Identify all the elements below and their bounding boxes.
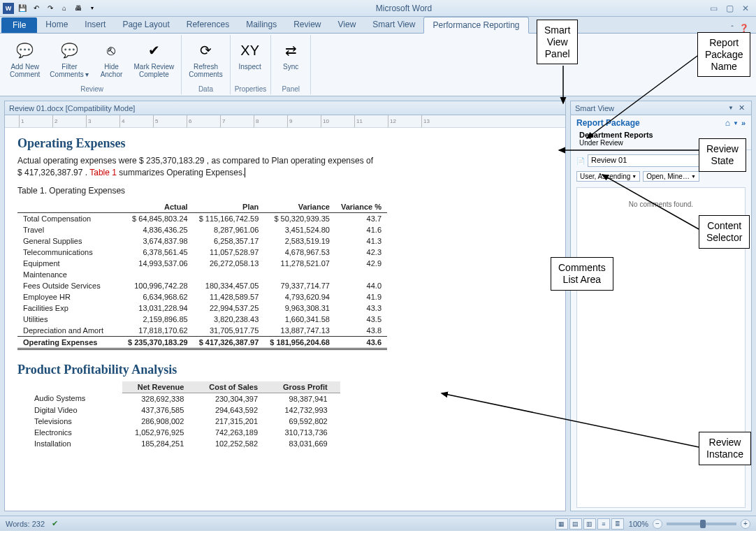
para-operating-expenses: Actual operating expenses were $ 235,370… — [17, 155, 553, 179]
add-new-comment[interactable]: 💬Add NewComment — [7, 38, 43, 80]
view-print-layout[interactable]: ▦ — [555, 518, 568, 530]
table-row: Facilities Exp13,031,228.9422,994,537.25… — [17, 302, 387, 314]
table1-caption: Table 1. Operating Expenses — [17, 186, 553, 196]
inspect[interactable]: XYInspect — [235, 38, 266, 72]
view-draft[interactable]: ≣ — [611, 518, 624, 530]
sync-label: Sync — [283, 63, 298, 71]
view-full-screen[interactable]: ▤ — [569, 518, 582, 530]
table-row: Televisions286,908,002217,315,20169,592,… — [17, 416, 340, 427]
horizontal-ruler: 12345678910111213 — [5, 115, 565, 128]
ribbon-group-label: Properties — [235, 84, 267, 94]
callout-comments-area: CommentsList Area — [551, 257, 613, 291]
close-button[interactable]: ✕ — [742, 3, 749, 13]
window-controls: ▭ ▢ ✕ — [710, 3, 753, 13]
hide-anchor-label: HideAnchor — [101, 63, 123, 78]
tab-home[interactable]: Home — [37, 17, 76, 33]
callout-content-selector: ContentSelector — [699, 215, 750, 249]
panel-close-icon[interactable]: ✕ — [736, 103, 747, 112]
panel-dropdown-icon[interactable]: ▼ — [725, 105, 736, 111]
table-row: Fees Outside Services100,996,742.28180,3… — [17, 280, 387, 291]
view-outline[interactable]: ≡ — [597, 518, 610, 530]
panel-more-icon[interactable]: » — [741, 119, 746, 127]
table-row: Audio Systems328,692,338230,304,39798,38… — [17, 393, 340, 404]
print-icon[interactable]: 🖶 — [73, 3, 84, 14]
add-new-comment-icon: 💬 — [14, 39, 36, 61]
filter-comments[interactable]: 💬FilterComments ▾ — [47, 38, 92, 80]
refresh-comments[interactable]: ⟳RefreshComments — [186, 38, 225, 80]
ribbon-group-label: Data — [186, 84, 225, 94]
inspect-icon: XY — [239, 39, 261, 61]
mark-review-complete-label: Mark ReviewComplete — [133, 63, 174, 78]
zoom-slider[interactable] — [667, 523, 736, 525]
heading-profitability: Product Profitability Analysis — [17, 363, 553, 377]
table-row: Maintenance — [17, 269, 387, 280]
hide-anchor[interactable]: ⎋HideAnchor — [96, 38, 126, 80]
heading-operating-expenses: Operating Expenses — [17, 136, 553, 151]
mark-review-complete[interactable]: ✔Mark ReviewComplete — [131, 38, 177, 80]
tab-review[interactable]: Review — [285, 17, 329, 33]
zoom-level[interactable]: 100% — [629, 520, 648, 528]
tab-references[interactable]: References — [178, 17, 238, 33]
ribbon-group-label: Panel — [275, 84, 306, 94]
words-count: 232 — [32, 520, 45, 528]
undo-icon[interactable]: ↶ — [31, 3, 42, 14]
hide-anchor-icon: ⎋ — [100, 39, 122, 61]
qat-dropdown-icon[interactable]: ▼ — [87, 3, 98, 14]
save-icon[interactable]: 💾 — [17, 3, 28, 14]
table-row: Utilities2,159,896.853,820,238.431,660,3… — [17, 314, 387, 325]
table1-reference: Table 1 — [89, 168, 117, 177]
smart-view-panel-title: Smart View ▼ ✕ — [571, 101, 751, 115]
tab-insert[interactable]: Insert — [76, 17, 114, 33]
table-row: General Supplies3,674,837.986,258,357.17… — [17, 235, 387, 247]
callout-report-package-name: ReportPackageName — [697, 32, 750, 77]
no-comments-label: No comments found. — [629, 200, 693, 208]
maximize-button[interactable]: ▢ — [726, 3, 734, 13]
redo-icon[interactable]: ↷ — [45, 3, 56, 14]
status-filter[interactable]: Open, Mine…▼ — [643, 171, 699, 182]
word-app-icon: W — [3, 3, 14, 14]
ribbon-body: 💬Add NewComment💬FilterComments ▾⎋HideAnc… — [0, 34, 756, 96]
operating-expenses-table: ActualPlanVarianceVariance %Total Compen… — [17, 201, 387, 350]
zoom-in-button[interactable]: + — [741, 519, 750, 529]
ribbon-group-data: ⟳RefreshCommentsData — [182, 35, 230, 94]
title-bar: W 💾 ↶ ↷ ⌂ 🖶 ▼ Microsoft Word ▭ ▢ ✕ — [0, 0, 756, 17]
table-row: Travel4,836,436.258,287,961.063,451,524.… — [17, 224, 387, 235]
ribbon-group-properties: XYInspectProperties — [231, 35, 272, 94]
report-package-label: Report Package ⌂ ▼ » — [576, 118, 746, 128]
tab-mailings[interactable]: Mailings — [238, 17, 285, 33]
table-row: Employee HR6,634,968.6211,428,589.574,79… — [17, 291, 387, 302]
refresh-comments-icon: ⟳ — [194, 39, 217, 61]
proofing-check-icon[interactable]: ✔ — [52, 519, 58, 528]
tab-performance-reporting[interactable]: Performance Reporting — [423, 17, 528, 34]
table-row: Total Compensation$ 64,845,803.24$ 115,1… — [17, 212, 387, 224]
minimize-button[interactable]: ▭ — [710, 3, 718, 13]
ribbon-tabs: File HomeInsertPage LayoutReferencesMail… — [0, 17, 756, 34]
tab-smart-view[interactable]: Smart View — [364, 17, 423, 33]
document-wrapper: Review 01.docx [Compatibility Mode] 1234… — [4, 101, 566, 511]
profitability-table: Net RevenueCost of SalesGross ProfitAudi… — [17, 381, 340, 449]
zoom-out-button[interactable]: − — [653, 519, 662, 529]
review-instance-icon: 📄 — [576, 157, 585, 165]
table-row: Installation185,284,251102,252,58283,031… — [17, 438, 340, 449]
inspect-label: Inspect — [239, 63, 261, 71]
ribbon-group-label: Review — [7, 84, 177, 94]
panel-menu-icon[interactable]: ▼ — [730, 120, 741, 126]
sort-filter[interactable]: User, Ascending▼ — [576, 171, 640, 182]
ribbon-minimize-icon[interactable]: ˆ — [731, 24, 734, 33]
table-row: Electronics1,052,976,925742,263,189310,7… — [17, 427, 340, 438]
home-icon[interactable]: ⌂ — [59, 3, 70, 14]
quick-access-toolbar: W 💾 ↶ ↷ ⌂ 🖶 ▼ — [3, 3, 98, 14]
ribbon-group-panel: ⇄SyncPanel — [271, 35, 311, 94]
tab-page-layout[interactable]: Page Layout — [114, 17, 177, 33]
table-row: Depreciation and Amort17,818,170.6231,70… — [17, 325, 387, 337]
tab-view[interactable]: View — [330, 17, 365, 33]
document-area: Review 01.docx [Compatibility Mode] 1234… — [0, 96, 756, 516]
view-web-layout[interactable]: ▥ — [583, 518, 596, 530]
sync[interactable]: ⇄Sync — [275, 38, 306, 72]
document-tab[interactable]: Review 01.docx [Compatibility Mode] — [5, 101, 565, 115]
document-content: Operating Expenses Actual operating expe… — [5, 128, 565, 511]
refresh-comments-label: RefreshComments — [189, 63, 222, 78]
file-tab[interactable]: File — [1, 17, 37, 33]
panel-home-icon[interactable]: ⌂ — [725, 118, 730, 128]
callout-review-instance: ReviewInstance — [699, 432, 751, 465]
